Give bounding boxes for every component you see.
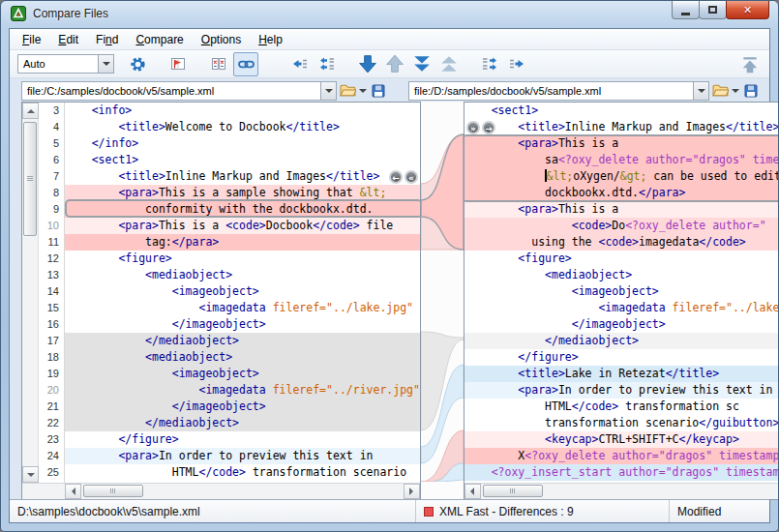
copy-all-changes-to-left-button[interactable] — [315, 52, 340, 76]
code-line-24[interactable]: HTML</code> transformation sc — [464, 399, 779, 415]
right-file-dropdown-icon[interactable] — [693, 82, 708, 100]
left-code-area[interactable]: ← « <info> <title>Welcome to Docbook</ti… — [65, 103, 420, 483]
algorithm-combo[interactable]: Auto — [17, 54, 114, 74]
copy-change-right-quick-icon[interactable]: → — [482, 121, 495, 134]
code-line-13[interactable]: <code>Do<?oxy_delete author=" — [464, 218, 779, 234]
code-line-17[interactable]: </mediaobject> — [65, 333, 420, 349]
code-line-25[interactable]: HTML</code> transformation scenario — [65, 464, 420, 481]
copy-change-to-right-button[interactable] — [504, 52, 529, 76]
copy-all-right-quick-icon[interactable]: » — [466, 121, 480, 134]
right-horizontal-scrollbar[interactable] — [464, 484, 779, 499]
copy-all-left-quick-icon[interactable]: « — [404, 170, 418, 184]
menu-find[interactable]: Find — [87, 30, 127, 49]
code-line-24[interactable]: <para>In order to preview this text in — [65, 448, 420, 464]
show-word-details-button[interactable] — [206, 52, 231, 76]
diff-options-button[interactable] — [125, 52, 150, 76]
code-line-18[interactable]: <mediaobject> — [65, 349, 420, 366]
code-line-15[interactable]: <imagedata fileref="../lake.jpg" — [65, 300, 420, 316]
code-line-21[interactable]: </imageobject> — [65, 399, 420, 415]
code-line-25[interactable]: transformation scenario</guibutton> — [464, 415, 779, 431]
code-line-16[interactable]: <mediaobject> — [464, 267, 779, 283]
code-line-12[interactable]: <para>This is a — [464, 201, 779, 218]
right-file-combo[interactable]: file:/D:/samples/docbook/v5/sample.xml — [408, 81, 709, 101]
menu-file[interactable]: File — [14, 30, 49, 49]
synchronized-scrolling-toggle[interactable] — [233, 52, 258, 76]
left-hscroll-thumb[interactable] — [83, 485, 143, 497]
code-line-19[interactable]: </imageobject> — [464, 316, 779, 333]
code-line-9[interactable]: conformity with the dockbookx.dtd. — [65, 201, 420, 218]
title-bar[interactable]: Compare Files ✕ — [1, 1, 778, 28]
code-line-3[interactable]: <info> — [65, 103, 420, 119]
code-line-7[interactable]: <title>Inline Markup and Images</title> — [464, 119, 779, 135]
code-line-16[interactable]: </imageobject> — [65, 316, 420, 333]
code-line-18[interactable]: <imagedata fileref="../lake.jpg" — [464, 300, 779, 316]
left-save-button[interactable] — [368, 80, 389, 102]
right-hscroll-thumb[interactable] — [483, 485, 543, 497]
copy-change-to-left-button[interactable] — [287, 52, 313, 76]
code-line-23[interactable]: <para>In order to preview this text in — [464, 382, 779, 399]
close-button[interactable]: ✕ — [726, 1, 769, 19]
code-line-22[interactable]: <title>Lake in Retezat</title> — [464, 366, 779, 382]
code-line-26[interactable]: <keycap>CTRL+SHIFT+C</keycap> — [464, 431, 779, 448]
code-line-6[interactable]: <sect1> — [65, 152, 420, 168]
code-line-4[interactable]: <title>Welcome to Docbook</title> — [65, 119, 420, 135]
menu-edit[interactable]: Edit — [49, 30, 87, 49]
right-open-dropdown-icon[interactable] — [731, 89, 740, 93]
go-to-first-difference-button[interactable] — [737, 52, 763, 76]
code-line-12[interactable]: <figure> — [65, 251, 420, 267]
left-open-file-button[interactable] — [337, 80, 358, 102]
code-line-20[interactable]: <imagedata fileref="../river.jpg" — [65, 382, 420, 399]
left-file-dropdown-icon[interactable] — [320, 82, 336, 100]
code-line-10[interactable]: <para>This is a <code>Docbook</code> fil… — [65, 218, 420, 234]
minimize-button[interactable] — [672, 1, 700, 19]
left-vscroll-thumb[interactable] — [23, 122, 37, 236]
menu-compare[interactable]: Compare — [127, 30, 192, 49]
right-save-button[interactable] — [740, 80, 762, 102]
code-line-11[interactable]: dockbookx.dtd.</para> — [464, 185, 779, 201]
code-line-28[interactable]: <?oxy_insert_start author="dragos" times… — [464, 464, 779, 481]
right-open-file-button[interactable] — [709, 80, 731, 102]
code-line-10[interactable]: &lt;oXygen/&gt; can be used to edit — [464, 168, 779, 185]
left-file-combo[interactable]: file:/C:/samples/docbook/v5/sample.xml — [21, 81, 337, 101]
algorithm-dropdown-icon[interactable] — [98, 55, 113, 73]
code-line-9[interactable]: sa<?oxy_delete author="dragos" timestamp — [464, 152, 779, 168]
code-line-21[interactable]: </figure> — [464, 349, 779, 366]
code-line-14[interactable]: <imageobject> — [65, 283, 420, 300]
first-difference-button[interactable] — [436, 52, 462, 76]
copy-all-changes-to-right-button[interactable] — [477, 52, 502, 76]
code-line-7[interactable]: <title>Inline Markup and Images</title> — [65, 168, 420, 185]
code-line-14[interactable]: using the <code>imagedata</code> — [464, 234, 779, 251]
code-line-8[interactable]: <para>This is a — [464, 135, 779, 152]
code-line-19[interactable]: <imageobject> — [65, 366, 420, 382]
last-difference-button[interactable] — [409, 52, 434, 76]
code-line-17[interactable]: <imageobject> — [464, 283, 779, 300]
line-number: 13 — [39, 267, 64, 283]
code-line-22[interactable]: </mediaobject> — [65, 415, 420, 431]
left-horizontal-scrollbar[interactable] — [65, 484, 420, 499]
perform-files-differencing-button[interactable] — [165, 52, 191, 76]
code-line-13[interactable]: <mediaobject> — [65, 267, 420, 283]
code-line-6[interactable]: <sect1> — [464, 103, 779, 119]
code-line-27[interactable]: X<?oxy_delete author="dragos" timestamp — [464, 448, 779, 464]
code-line-8[interactable]: <para>This is a sample showing that &lt; — [65, 185, 420, 201]
code-line-20[interactable]: </mediaobject> — [464, 333, 779, 349]
scroll-left-icon[interactable] — [464, 484, 481, 499]
code-line-15[interactable]: <figure> — [464, 251, 779, 267]
scroll-left-icon[interactable] — [65, 484, 81, 499]
maximize-button[interactable] — [699, 1, 727, 19]
menu-options[interactable]: Options — [193, 30, 250, 49]
scroll-right-icon[interactable] — [404, 484, 420, 499]
scroll-up-icon[interactable] — [22, 103, 39, 119]
right-code-area[interactable]: » → <sect1> <title>Inline Markup and Ima… — [464, 103, 779, 483]
left-vertical-scrollbar[interactable] — [22, 103, 39, 483]
code-line-11[interactable]: tag:</para> — [65, 234, 420, 251]
copy-change-left-quick-icon[interactable]: ← — [389, 170, 403, 184]
next-difference-button[interactable] — [355, 52, 380, 76]
line-number: 5 — [39, 135, 64, 152]
code-line-23[interactable]: </figure> — [65, 431, 420, 448]
scroll-down-icon[interactable] — [22, 466, 39, 483]
code-line-5[interactable]: </info> — [65, 135, 420, 152]
left-open-dropdown-icon[interactable] — [358, 89, 368, 93]
menu-help[interactable]: Help — [250, 30, 291, 49]
previous-difference-button[interactable] — [382, 52, 407, 76]
